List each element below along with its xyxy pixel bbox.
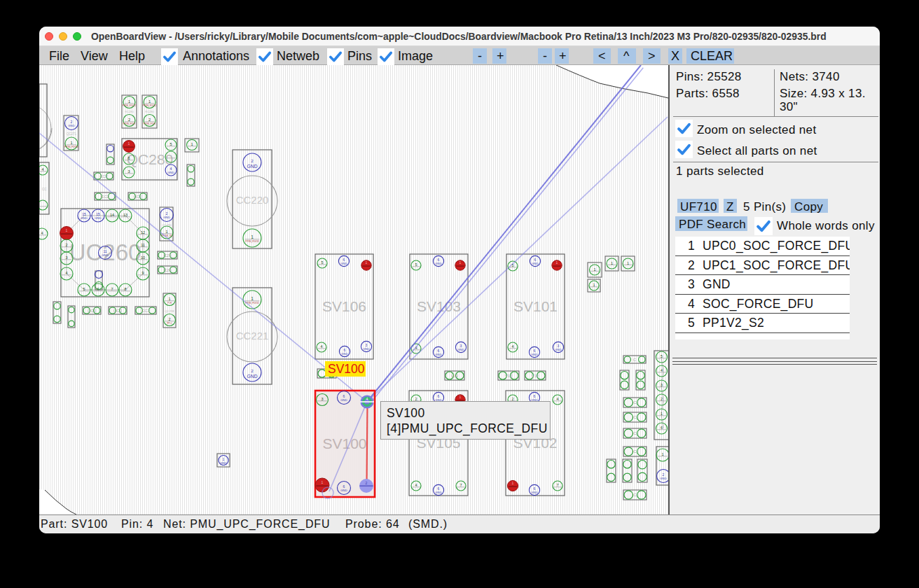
svg-text:GND: GND: [435, 491, 441, 494]
svg-text:1: 1: [512, 481, 514, 485]
svg-text:PP3N_F5V3: PP3N_F5V3: [144, 122, 156, 125]
svg-text:6: 6: [438, 258, 440, 262]
svg-text:2: 2: [148, 118, 151, 122]
svg-text:4: 4: [366, 397, 368, 401]
svg-text:2: 2: [663, 472, 665, 477]
svg-text:GND: GND: [68, 124, 74, 127]
svg-text:GND: GND: [220, 461, 226, 465]
svg-text:PP3N_F5V32: PP3N_F5V32: [245, 240, 259, 243]
svg-text:CC: CC: [42, 188, 47, 191]
svg-text:P-H: P-H: [167, 302, 172, 304]
svg-text:6: 6: [344, 348, 346, 352]
svg-text:2: 2: [661, 397, 663, 401]
svg-text:4: 4: [511, 344, 513, 349]
svg-text:SV106: SV106: [322, 298, 366, 314]
svg-text:RC280: RC280: [145, 110, 154, 113]
svg-text:2: 2: [128, 118, 130, 122]
svg-text:6: 6: [534, 258, 537, 262]
svg-text:1: 1: [128, 99, 130, 104]
svg-text:GND: GND: [435, 353, 441, 356]
svg-text:GND: GND: [363, 347, 369, 351]
svg-text:GND: GND: [532, 262, 538, 265]
svg-text:6: 6: [438, 486, 440, 491]
svg-text:[4]PMU_UPC_FORCE_DFU: [4]PMU_UPC_FORCE_DFU: [387, 421, 548, 436]
svg-text:2: 2: [71, 120, 73, 124]
svg-text:1: 1: [191, 142, 193, 146]
svg-text:CC2: CC2: [88, 309, 97, 313]
svg-text:4: 4: [415, 483, 417, 487]
svg-text:6: 6: [127, 156, 130, 160]
svg-text:GND: GND: [660, 477, 666, 480]
svg-text:4: 4: [41, 231, 43, 235]
svg-text:CC220: CC220: [236, 194, 269, 206]
svg-text:GND: GND: [457, 348, 464, 351]
svg-text:C26: C26: [163, 268, 172, 272]
svg-text:11: 11: [141, 243, 145, 247]
svg-text:4: 4: [320, 344, 322, 349]
svg-text:3: 3: [321, 397, 323, 401]
svg-text:11: 11: [103, 249, 106, 253]
svg-text:GND: GND: [81, 216, 87, 220]
svg-text:14: 14: [110, 213, 114, 217]
svg-text:4: 4: [41, 167, 43, 172]
svg-text:GND: GND: [167, 171, 174, 174]
svg-text:13: 13: [123, 213, 127, 217]
svg-text:PP3N_F5V32: PP3N_F5V32: [64, 146, 78, 148]
svg-text:5: 5: [415, 262, 417, 267]
svg-text:V12: V12: [505, 374, 513, 378]
svg-text:GND: GND: [340, 398, 347, 402]
svg-text:SV100: SV100: [328, 362, 365, 376]
svg-text:1: 1: [322, 480, 324, 484]
svg-text:6: 6: [343, 258, 345, 262]
svg-text:2: 2: [251, 158, 254, 163]
svg-text:C: C: [633, 493, 637, 497]
svg-text:2: 2: [415, 397, 417, 401]
svg-text:5: 5: [321, 260, 323, 265]
svg-text:GND: GND: [102, 253, 108, 257]
svg-text:6: 6: [661, 426, 663, 430]
svg-text:CC2: CC2: [113, 309, 123, 313]
svg-text:4: 4: [661, 368, 663, 372]
svg-text:1: 1: [70, 141, 72, 145]
svg-text:4: 4: [556, 397, 558, 401]
svg-text:CC2: CC2: [99, 174, 109, 178]
svg-text:CC221: CC221: [236, 330, 269, 342]
svg-text:15: 15: [82, 212, 86, 216]
svg-text:2: 2: [511, 397, 513, 401]
svg-text:CC2: CC2: [101, 195, 110, 199]
svg-text:C: C: [633, 400, 637, 405]
svg-text:C25: C25: [163, 253, 172, 258]
svg-text:1: 1: [128, 141, 130, 146]
svg-text:GND: GND: [435, 262, 441, 265]
svg-text:4: 4: [65, 271, 67, 275]
svg-text:GND: GND: [95, 216, 101, 220]
svg-text:GND: GND: [340, 489, 347, 492]
svg-text:GND: GND: [555, 348, 561, 351]
svg-text:V12: V12: [532, 374, 539, 378]
svg-text:GND: GND: [247, 374, 258, 379]
svg-text:6: 6: [534, 394, 536, 398]
svg-text:2: 2: [251, 368, 254, 373]
svg-text:7: 7: [111, 287, 113, 291]
svg-text:10: 10: [141, 255, 145, 260]
svg-text:SV100: SV100: [387, 406, 425, 420]
svg-text:1: 1: [611, 261, 613, 265]
svg-text:1: 1: [165, 230, 167, 234]
svg-text:3: 3: [558, 344, 560, 348]
svg-text:GND: GND: [531, 491, 537, 494]
svg-text:PP3N_F5V3: PP3N_F5V3: [123, 122, 136, 125]
svg-text:SV100: SV100: [322, 435, 366, 451]
svg-text:6: 6: [438, 349, 440, 353]
svg-text:1: 1: [627, 261, 629, 265]
svg-text:8: 8: [124, 287, 126, 291]
svg-text:6: 6: [438, 394, 440, 398]
svg-text:1: 1: [148, 99, 151, 104]
svg-text:1: 1: [251, 234, 254, 239]
svg-text:2: 2: [65, 243, 67, 247]
svg-text:5: 5: [83, 287, 85, 291]
svg-text:3: 3: [661, 383, 663, 387]
svg-text:5: 5: [661, 354, 663, 358]
svg-text:6: 6: [534, 349, 536, 353]
svg-text:1: 1: [593, 267, 595, 272]
svg-text:1: 1: [460, 395, 462, 399]
